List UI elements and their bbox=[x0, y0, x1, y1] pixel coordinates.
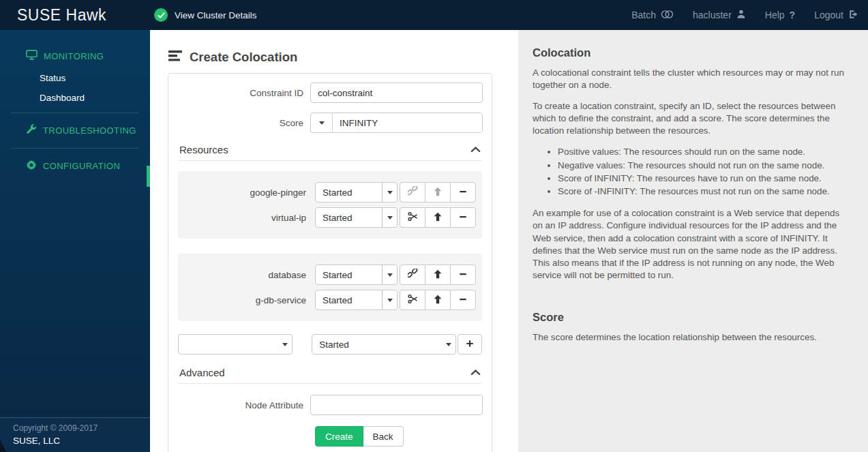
user-menu[interactable]: hacluster bbox=[693, 9, 746, 21]
company-text: SUSE, LLC bbox=[13, 436, 150, 446]
link-icon bbox=[408, 186, 418, 198]
add-resource-row: Started bbox=[178, 334, 482, 355]
app-logo[interactable]: SUSE Hawk bbox=[17, 6, 106, 25]
role-select[interactable]: Started bbox=[315, 207, 398, 228]
sidebar-nav: MONITORING Status Dashboard TROUBLESHOOT… bbox=[0, 30, 150, 179]
resource-group: database Started bbox=[178, 254, 482, 321]
sidebar-item-dashboard[interactable]: Dashboard bbox=[0, 88, 150, 108]
resource-name: virtual-ip bbox=[178, 213, 315, 223]
unlink-resource-button[interactable] bbox=[400, 207, 425, 228]
score-dropdown-button[interactable] bbox=[311, 113, 333, 132]
link-resource-button[interactable] bbox=[400, 182, 425, 202]
remove-resource-button[interactable] bbox=[450, 290, 476, 310]
help-bullet: Positive values: The resources should ru… bbox=[558, 146, 845, 158]
colocation-form-card: Constraint ID Score Resources googl bbox=[168, 73, 492, 452]
help-bullet: Score of INFINITY: The resources have to… bbox=[558, 172, 845, 185]
minus-icon bbox=[458, 295, 468, 306]
role-select[interactable]: Started bbox=[315, 265, 398, 285]
arrow-up-icon bbox=[433, 212, 443, 224]
sidebar-divider bbox=[11, 148, 139, 149]
caret-down-icon bbox=[319, 121, 325, 125]
add-resource-button[interactable] bbox=[458, 334, 482, 355]
add-actions bbox=[458, 334, 482, 355]
chevron-up-icon[interactable] bbox=[470, 143, 481, 155]
sidebar-item-troubleshooting[interactable]: TROUBLESHOOTING bbox=[0, 118, 150, 143]
batch-label: Batch bbox=[631, 10, 656, 20]
topbar-menu: Batch hacluster Help ? Logout bbox=[631, 9, 858, 21]
scissors-icon bbox=[408, 294, 418, 306]
page-title-text: Create Colocation bbox=[190, 50, 297, 65]
main-content: Create Colocation Constraint ID Score Re… bbox=[150, 30, 518, 452]
row-actions bbox=[400, 290, 476, 310]
back-button[interactable]: Back bbox=[363, 426, 404, 447]
advanced-section-header[interactable]: Advanced bbox=[178, 366, 482, 384]
caret-down-icon bbox=[441, 335, 455, 354]
form-actions: Create Back bbox=[315, 426, 483, 447]
sidebar-item-label: CONFIGURATION bbox=[43, 161, 120, 171]
sidebar-item-status[interactable]: Status bbox=[0, 68, 150, 88]
sidebar-item-configuration[interactable]: CONFIGURATION bbox=[0, 153, 150, 179]
constraint-id-row: Constraint ID bbox=[177, 82, 483, 103]
chevron-up-icon[interactable] bbox=[470, 366, 481, 378]
move-up-button[interactable] bbox=[425, 290, 451, 310]
create-button[interactable]: Create bbox=[315, 426, 363, 447]
help-panel: Colocation A colocational constraint tel… bbox=[518, 30, 868, 452]
help-bullet-list: Positive values: The resources should ru… bbox=[533, 146, 845, 198]
role-select-value: Started bbox=[316, 213, 382, 223]
monitor-icon bbox=[26, 50, 38, 62]
logout-button[interactable]: Logout bbox=[814, 10, 858, 21]
help-paragraph: An example for use of a colocation const… bbox=[533, 207, 845, 282]
unlink-resource-button[interactable] bbox=[400, 290, 425, 310]
sidebar-item-label: MONITORING bbox=[44, 51, 104, 61]
resources-section-label: Resources bbox=[179, 144, 228, 155]
score-input[interactable] bbox=[333, 113, 482, 132]
resource-name: google-pinger bbox=[178, 187, 315, 198]
arrow-up-icon bbox=[433, 269, 443, 281]
link-icon bbox=[408, 269, 418, 281]
role-select[interactable]: Started bbox=[315, 290, 398, 310]
constraint-id-label: Constraint ID bbox=[177, 88, 310, 98]
page-title: Create Colocation bbox=[168, 50, 518, 65]
minus-icon bbox=[458, 269, 468, 281]
batch-button[interactable]: Batch bbox=[631, 10, 674, 21]
wrench-icon bbox=[26, 124, 37, 137]
caret-down-icon bbox=[278, 335, 292, 354]
link-resource-button[interactable] bbox=[400, 265, 425, 285]
resource-row-virtual-ip: virtual-ip Started bbox=[178, 207, 482, 228]
resource-group: google-pinger Started bbox=[178, 171, 482, 239]
remove-resource-button[interactable] bbox=[450, 207, 476, 228]
user-label: hacluster bbox=[693, 10, 732, 20]
arrow-up-icon bbox=[433, 187, 443, 198]
cluster-status-link[interactable]: View Cluster Details bbox=[154, 8, 257, 22]
role-select[interactable]: Started bbox=[315, 182, 398, 202]
move-up-button[interactable] bbox=[425, 182, 451, 202]
arrow-up-icon bbox=[433, 295, 443, 306]
constraint-id-input[interactable] bbox=[310, 82, 483, 103]
move-up-button[interactable] bbox=[425, 265, 451, 285]
gear-icon bbox=[26, 160, 37, 172]
new-role-select[interactable]: Started bbox=[312, 334, 456, 355]
resource-row-g-db-service: g-db-service Started bbox=[178, 290, 482, 310]
remove-resource-button[interactable] bbox=[450, 265, 476, 285]
resources-section-header[interactable]: Resources bbox=[178, 143, 482, 161]
sidebar: MONITORING Status Dashboard TROUBLESHOOT… bbox=[0, 30, 150, 452]
move-up-button[interactable] bbox=[425, 207, 451, 228]
help-bullet: Score of -INFINITY: The resources must n… bbox=[558, 185, 845, 198]
logout-icon bbox=[848, 10, 858, 21]
sidebar-item-label: TROUBLESHOOTING bbox=[43, 125, 136, 136]
help-score-title: Score bbox=[533, 311, 845, 324]
help-menu[interactable]: Help ? bbox=[765, 10, 795, 20]
role-select-value: Started bbox=[316, 270, 382, 280]
cluster-ok-icon bbox=[154, 8, 168, 22]
remove-resource-button[interactable] bbox=[450, 182, 476, 202]
batch-toggle-icon bbox=[661, 10, 674, 21]
caret-down-icon bbox=[382, 265, 397, 284]
user-icon bbox=[736, 9, 746, 21]
help-icon: ? bbox=[790, 10, 796, 20]
logout-label: Logout bbox=[814, 10, 843, 20]
new-resource-select[interactable] bbox=[178, 334, 293, 355]
score-combo bbox=[310, 112, 483, 133]
sidebar-subitem-label: Status bbox=[40, 73, 65, 83]
sidebar-item-monitoring[interactable]: MONITORING bbox=[0, 44, 150, 68]
node-attribute-input[interactable] bbox=[310, 395, 483, 415]
